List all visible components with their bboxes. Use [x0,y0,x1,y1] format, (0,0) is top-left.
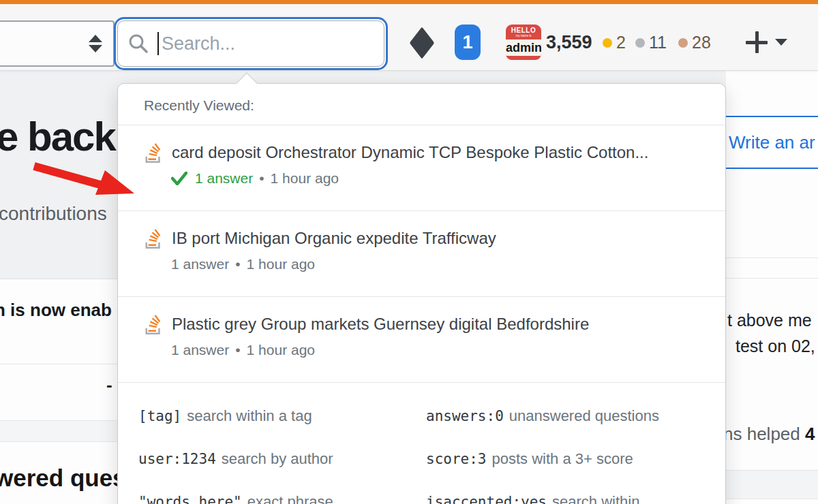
tip-code: [tag] [138,408,181,424]
note-text-fragment: t above me [727,311,812,330]
search-tips: [tag]search within a tag answers:0unansw… [118,383,725,504]
unanswered-heading-fragment: wered ques [0,464,126,492]
write-article-button[interactable]: Write an ar [726,116,818,169]
stackoverflow-icon [144,227,162,249]
bronze-badge-group[interactable]: 28 [678,33,711,52]
tip-desc: search by author [222,450,333,467]
search-tip: [tag]search within a tag [138,407,426,425]
gold-badge-count: 2 [616,33,626,52]
search-tip: "words here"exact phrase [138,493,426,504]
chevron-down-icon [775,39,787,46]
divider [726,278,818,279]
section-band [726,470,818,499]
avatar-greeting: HELLO [506,25,541,34]
recently-viewed-header: Recently Viewed: [118,84,725,125]
avatar-subtext: my name is [506,34,541,38]
tip-code: user:1234 [138,451,216,467]
plus-icon [746,31,768,53]
tip-code: "words here" [138,494,242,504]
question-title[interactable]: IB port Michigan Organic expedite Traffi… [172,227,496,249]
create-new-menu[interactable] [746,31,787,53]
tip-desc: unanswered questions [509,407,659,424]
gold-badge-group[interactable]: 2 [603,33,626,52]
search-scope-select[interactable] [0,20,115,67]
answered-check-icon [171,172,187,185]
text-cursor [157,32,159,55]
section-band [0,420,117,442]
question-age: 1 hour ago [271,170,339,187]
welcome-heading-fragment: e back, [0,113,125,160]
top-navigation-bar: Search... 1 HELLO my name is admin 3,559… [0,0,818,71]
stackoverflow-icon [144,142,162,163]
tip-desc: exact phrase [247,493,333,504]
meta-separator: • [235,342,240,358]
inbox-count-badge[interactable]: 1 [455,25,481,60]
red-arrow-annotation [27,155,143,204]
enabled-text-fragment: n is now enab [0,300,112,321]
reputation-score[interactable]: 3,559 [546,32,592,53]
search-tip: score:3posts with a 3+ score [426,450,725,468]
answer-count: 1 answer [195,170,253,187]
write-article-label: Write an ar [729,132,815,153]
silver-badge-icon [635,38,645,48]
tip-desc: search within [552,493,639,504]
bronze-badge-count: 28 [692,33,711,52]
helped-text-fragment: ns helped 4 [723,424,815,445]
question-meta: 1 answer • 1 hour ago [171,256,699,272]
tip-desc: search within a tag [187,407,312,424]
divider [0,364,117,364]
avatar-name: admin [506,40,541,56]
recent-question-item[interactable]: Plastic grey Group markets Guernsey digi… [118,297,725,383]
contributions-label-fragment: contributions [0,203,107,225]
search-tip: answers:0unanswered questions [426,407,725,425]
note-text-fragment: test on 02, [736,336,815,356]
answer-count: 1 answer [171,342,229,358]
tip-desc: posts with a 3+ score [492,450,633,467]
gold-badge-icon [603,38,612,48]
moderator-diamond-icon[interactable] [410,27,435,59]
right-page-fragment: Write an ar t above me test on 02, ns he… [726,71,818,504]
question-title[interactable]: Plastic grey Group markets Guernsey digi… [172,313,589,335]
search-icon [127,33,149,54]
silver-badge-count: 11 [649,33,667,52]
tip-code: score:3 [426,451,487,467]
bronze-badge-icon [678,38,688,48]
question-age: 1 hour ago [247,256,315,272]
avatar[interactable]: HELLO my name is admin [506,25,541,60]
recent-question-item[interactable]: card deposit Orchestrator Dynamic TCP Be… [118,125,725,211]
search-dropdown-panel: Recently Viewed: card deposit Orchestrat… [117,83,726,504]
dash-fragment: - [106,375,112,396]
search-placeholder: Search... [162,33,235,54]
question-meta: 1 answer • 1 hour ago [171,170,699,187]
search-tip: isaccented:yessearch within [426,493,725,504]
stackoverflow-icon [144,313,162,334]
brand-accent-strip [0,0,818,4]
tip-code: isaccented:yes [426,494,547,504]
inbox-count: 1 [462,32,472,53]
divider [726,257,818,258]
tip-code: answers:0 [426,408,504,424]
select-arrows-icon [89,35,102,52]
meta-separator: • [259,170,264,187]
search-tip: user:1234search by author [138,450,426,468]
divider [0,279,117,279]
question-age: 1 hour ago [247,342,315,358]
meta-separator: • [235,256,240,272]
search-input[interactable]: Search... [117,20,384,67]
silver-badge-group[interactable]: 11 [635,33,667,52]
recent-question-item[interactable]: IB port Michigan Organic expedite Traffi… [118,211,725,297]
answer-count: 1 answer [171,256,229,272]
question-title[interactable]: card deposit Orchestrator Dynamic TCP Be… [172,142,648,163]
question-meta: 1 answer • 1 hour ago [171,342,699,358]
